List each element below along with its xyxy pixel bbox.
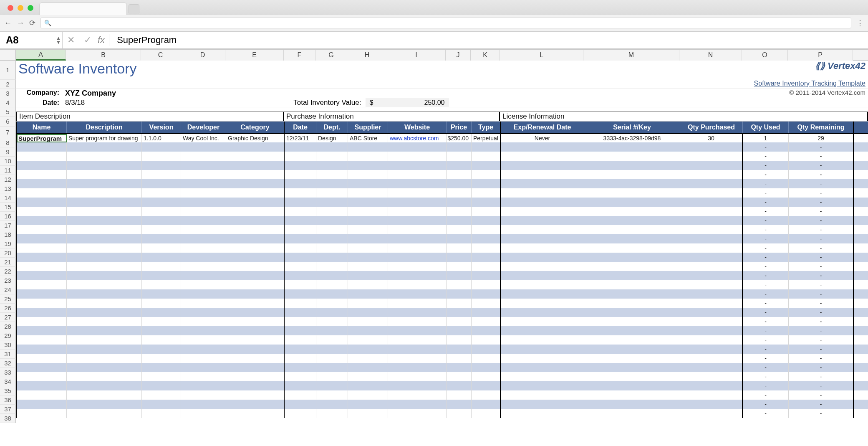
cell-empty[interactable] [447,326,472,335]
cell-empty[interactable] [17,243,67,253]
cell-empty[interactable] [285,152,316,161]
col-header-E[interactable]: E [225,50,284,61]
cell-empty[interactable] [316,152,348,161]
cell-empty[interactable]: - [743,280,789,289]
cell-empty[interactable] [584,354,680,363]
row-header-6[interactable]: 6 [0,117,16,127]
row-header-23[interactable]: 23 [0,276,16,285]
close-window-icon[interactable] [8,5,13,11]
cell-empty[interactable] [348,280,388,289]
cell-empty[interactable] [17,170,67,179]
cell-empty[interactable]: - [743,216,789,225]
cell-empty[interactable] [142,317,181,326]
row-header-38[interactable]: 38 [0,414,16,423]
cell-developer[interactable]: Way Cool Inc. [181,134,226,142]
cell-empty[interactable] [348,152,388,161]
cell-empty[interactable] [142,363,181,372]
cell-empty[interactable] [226,179,285,188]
cell-empty[interactable]: - [743,409,789,418]
cell-empty[interactable] [67,317,142,326]
cell-empty[interactable] [181,409,226,418]
cell-empty[interactable] [142,170,181,179]
cell-empty[interactable] [388,308,447,317]
url-bar[interactable]: 🔍 [40,18,851,28]
cell-empty[interactable] [447,335,472,345]
cell-empty[interactable]: - [789,179,854,188]
cell-empty[interactable]: - [789,170,854,179]
cell-empty[interactable] [348,345,388,354]
row-header-30[interactable]: 30 [0,340,16,350]
cell-empty[interactable] [316,372,348,381]
forward-icon[interactable]: → [17,19,24,28]
cell-empty[interactable] [142,225,181,234]
select-all-corner[interactable] [0,50,16,61]
cell-empty[interactable] [226,390,285,400]
cell-empty[interactable] [226,271,285,280]
cell-empty[interactable] [316,289,348,299]
cell-empty[interactable] [472,335,501,345]
cell-empty[interactable] [388,345,447,354]
cell-qty-purchased[interactable]: 30 [680,134,743,142]
cell-empty[interactable] [680,335,743,345]
cell-empty[interactable]: - [743,234,789,243]
cell-empty[interactable] [680,363,743,372]
cell-empty[interactable] [680,207,743,216]
cell-empty[interactable] [181,188,226,198]
accept-edit-icon[interactable]: ✓ [79,35,96,46]
cell-empty[interactable] [472,179,501,188]
cell-empty[interactable] [584,289,680,299]
cell-empty[interactable] [142,161,181,170]
cell-empty[interactable] [501,243,584,253]
cell-empty[interactable] [447,372,472,381]
cell-empty[interactable] [142,308,181,317]
cell-empty[interactable] [348,289,388,299]
cell-empty[interactable] [680,372,743,381]
cell-empty[interactable] [388,400,447,409]
cell-grid[interactable]: Software Inventory⟪⟫ Vertex42Software In… [16,61,868,423]
cell-empty[interactable] [348,317,388,326]
cell-empty[interactable] [285,326,316,335]
cell-empty[interactable] [226,188,285,198]
cell-empty[interactable] [348,253,388,262]
cell-empty[interactable] [584,317,680,326]
cell-empty[interactable]: - [789,271,854,280]
cell-empty[interactable] [584,179,680,188]
cell-empty[interactable] [348,234,388,243]
cell-empty[interactable] [285,179,316,188]
cell-empty[interactable] [680,179,743,188]
cell-empty[interactable] [17,188,67,198]
cell-empty[interactable] [472,271,501,280]
cell-empty[interactable] [388,271,447,280]
cell-empty[interactable] [17,253,67,262]
cell-empty[interactable] [447,142,472,152]
cell-empty[interactable] [316,253,348,262]
cell-empty[interactable]: - [743,207,789,216]
cell-empty[interactable] [67,152,142,161]
cell-empty[interactable] [142,299,181,308]
row-header-2[interactable]: 2 [0,80,16,89]
cell-empty[interactable] [447,381,472,390]
cell-empty[interactable] [501,299,584,308]
row-header-27[interactable]: 27 [0,313,16,322]
cell-empty[interactable] [67,271,142,280]
cell-empty[interactable] [680,299,743,308]
cell-empty[interactable] [181,372,226,381]
cell-empty[interactable] [348,271,388,280]
cell-empty[interactable] [447,299,472,308]
cell-empty[interactable] [181,317,226,326]
cell-empty[interactable] [316,400,348,409]
cell-empty[interactable] [388,409,447,418]
cell-category[interactable]: Graphic Design [226,134,285,142]
cell-empty[interactable] [388,390,447,400]
cell-empty[interactable] [472,354,501,363]
cell-empty[interactable] [447,216,472,225]
cell-empty[interactable] [348,354,388,363]
cell-empty[interactable] [584,400,680,409]
cell-empty[interactable] [388,289,447,299]
cell-empty[interactable] [285,216,316,225]
col-type[interactable]: Type [472,122,501,133]
cell-empty[interactable] [447,225,472,234]
cell-empty[interactable]: - [743,243,789,253]
cell-empty[interactable] [501,161,584,170]
cell-empty[interactable] [316,308,348,317]
